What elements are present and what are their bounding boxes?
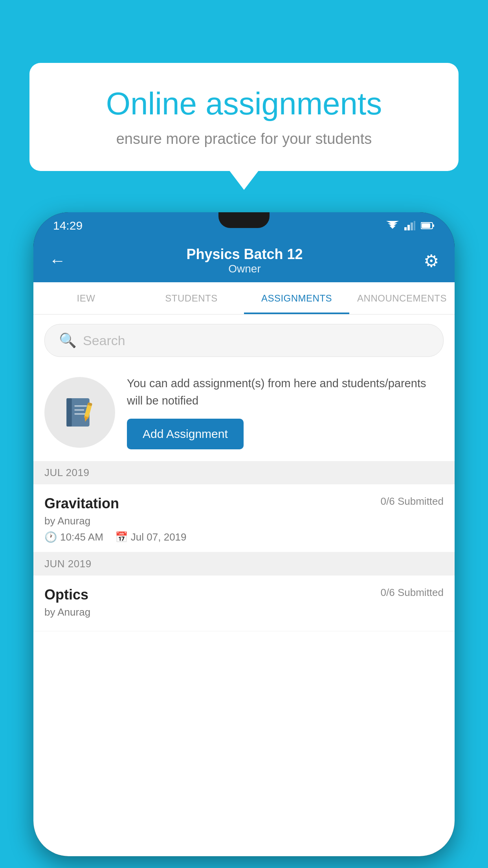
svg-rect-9 bbox=[422, 223, 430, 228]
submitted-badge-gravitation: 0/6 Submitted bbox=[381, 495, 444, 508]
bubble-subtitle: ensure more practice for your students bbox=[57, 131, 431, 147]
settings-button[interactable]: ⚙ bbox=[424, 251, 439, 271]
status-bar: 14:29 bbox=[33, 212, 455, 239]
search-bar[interactable]: 🔍 Search bbox=[44, 324, 444, 357]
notebook-svg bbox=[62, 395, 97, 430]
header-title: Physics Batch 12 bbox=[186, 246, 303, 263]
info-text-area: You can add assignment(s) from here and … bbox=[127, 375, 444, 449]
calendar-icon: 📅 bbox=[115, 531, 128, 543]
assignment-item-optics[interactable]: Optics 0/6 Submitted by Anurag bbox=[33, 576, 455, 631]
svg-marker-2 bbox=[386, 221, 399, 224]
clock-icon: 🕐 bbox=[44, 531, 57, 543]
notch bbox=[218, 212, 270, 228]
assignment-date: Jul 07, 2019 bbox=[131, 531, 187, 543]
assignment-time: 10:45 AM bbox=[60, 531, 103, 543]
submitted-badge-optics: 0/6 Submitted bbox=[381, 587, 444, 599]
time-meta: 🕐 10:45 AM bbox=[44, 531, 103, 543]
svg-rect-14 bbox=[75, 413, 86, 414]
svg-rect-3 bbox=[404, 227, 407, 230]
wifi-icon bbox=[386, 221, 399, 230]
assignment-top-optics: Optics 0/6 Submitted bbox=[44, 587, 444, 603]
tab-bar: IEW STUDENTS ASSIGNMENTS ANNOUNCEMENTS bbox=[33, 282, 455, 314]
svg-rect-6 bbox=[414, 221, 415, 230]
svg-rect-13 bbox=[75, 409, 84, 410]
svg-rect-11 bbox=[66, 398, 72, 427]
search-icon: 🔍 bbox=[59, 332, 77, 349]
tab-assignments[interactable]: ASSIGNMENTS bbox=[244, 282, 349, 314]
search-placeholder: Search bbox=[83, 333, 125, 348]
assignment-by-optics: by Anurag bbox=[44, 606, 444, 618]
battery-icon bbox=[421, 222, 435, 230]
speech-bubble-container: Online assignments ensure more practice … bbox=[29, 63, 459, 171]
assignment-name-gravitation: Gravitation bbox=[44, 495, 119, 512]
month-header-jun: JUN 2019 bbox=[33, 552, 455, 576]
status-time: 14:29 bbox=[53, 219, 83, 232]
info-section: You can add assignment(s) from here and … bbox=[33, 363, 455, 461]
back-button[interactable]: ← bbox=[49, 251, 66, 270]
month-header-jul: JUL 2019 bbox=[33, 461, 455, 484]
svg-rect-4 bbox=[407, 225, 410, 230]
speech-bubble: Online assignments ensure more practice … bbox=[29, 63, 459, 171]
svg-rect-5 bbox=[411, 223, 413, 230]
screen-content: 🔍 Search bbox=[33, 314, 455, 856]
assignment-by-gravitation: by Anurag bbox=[44, 515, 444, 527]
info-description: You can add assignment(s) from here and … bbox=[127, 375, 444, 409]
header-center: Physics Batch 12 Owner bbox=[186, 246, 303, 275]
assignment-name-optics: Optics bbox=[44, 587, 88, 603]
bubble-title: Online assignments bbox=[57, 86, 431, 121]
add-assignment-button[interactable]: Add Assignment bbox=[127, 419, 244, 449]
date-meta: 📅 Jul 07, 2019 bbox=[115, 531, 187, 543]
svg-rect-8 bbox=[433, 224, 434, 227]
header-subtitle: Owner bbox=[186, 263, 303, 275]
phone-frame: 14:29 ← Phys bbox=[33, 212, 455, 856]
tab-students[interactable]: STUDENTS bbox=[139, 282, 244, 314]
status-icons bbox=[386, 221, 435, 230]
assignment-meta-gravitation: 🕐 10:45 AM 📅 Jul 07, 2019 bbox=[44, 531, 444, 543]
signal-icon bbox=[404, 221, 415, 230]
svg-rect-12 bbox=[75, 405, 87, 406]
notebook-icon bbox=[44, 377, 115, 448]
tab-iew[interactable]: IEW bbox=[33, 282, 139, 314]
app-header: ← Physics Batch 12 Owner ⚙ bbox=[33, 239, 455, 282]
assignment-top: Gravitation 0/6 Submitted bbox=[44, 495, 444, 512]
assignment-item-gravitation[interactable]: Gravitation 0/6 Submitted by Anurag 🕐 10… bbox=[33, 484, 455, 552]
tab-announcements[interactable]: ANNOUNCEMENTS bbox=[349, 282, 455, 314]
